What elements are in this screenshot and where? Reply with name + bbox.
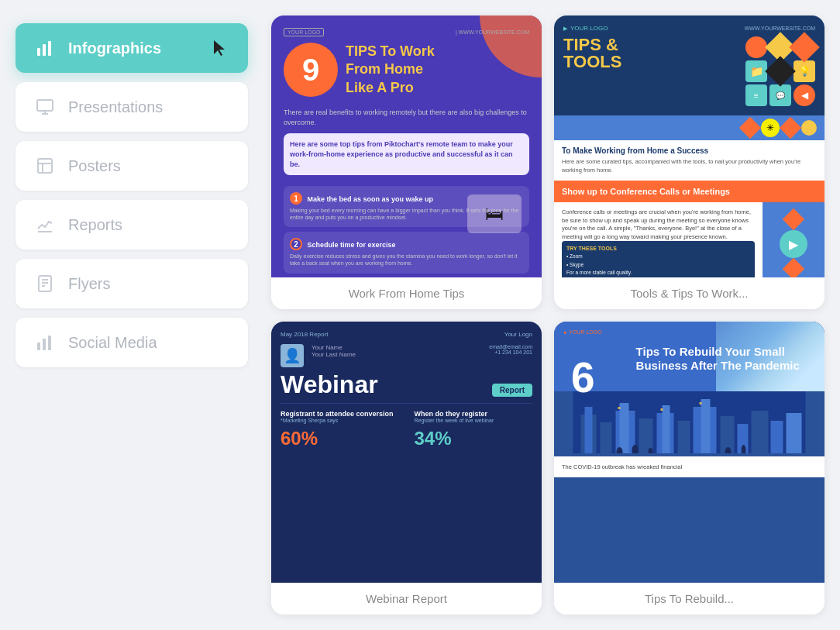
webinar-badge: Report [492, 384, 532, 397]
webinar-person-name: Your Name Your Last Name [312, 344, 356, 358]
svg-rect-17 [48, 336, 51, 350]
svg-rect-36 [771, 421, 783, 453]
webinar-card-label: Webinar Report [271, 583, 542, 615]
sidebar-presentations-label: Presentations [68, 98, 163, 116]
webinar-person-details: Your Name Your Last Name [312, 344, 356, 358]
shape-orange-circle [745, 36, 767, 58]
wfh-logo-row: YOUR LOGO | WWW.YOURWEBSITE.COM [284, 28, 529, 36]
webinar-stats-row: Registrant to attendee conversion *Marke… [281, 410, 532, 449]
wfh-top-section: 9 TIPS To WorkFrom HomeLike A Pro [284, 43, 529, 97]
webinar-stat2-val: 34% [415, 428, 533, 449]
shape2-sun: ✳ [761, 119, 780, 137]
tools-logo: YOUR LOGO [563, 25, 608, 32]
svg-rect-23 [585, 407, 593, 453]
wfh-step1: 1 Make the bed as soon as you wake up Ma… [284, 186, 529, 227]
svg-rect-32 [701, 399, 711, 453]
webinar-inner: May 2018 Report Your Logo 👤 Your Name Yo… [271, 322, 542, 584]
tools-content-row: Conference calls or meetings are crucial… [554, 202, 825, 277]
tools-header: YOUR LOGO WWW.YOURWEBSITE.COM TIPS &TOOL… [554, 15, 825, 115]
svg-rect-38 [618, 407, 621, 409]
webinar-stat1: Registrant to attendee conversion *Marke… [281, 410, 399, 449]
reports-icon [34, 214, 56, 236]
wfh-subtitle: There are real benefits to working remot… [284, 108, 529, 127]
wfh-website: | WWW.YOURWEBSITE.COM [456, 29, 529, 35]
sidebar-item-posters[interactable]: Posters [15, 141, 248, 191]
webinar-stat1-title: Registrant to attendee conversion [281, 410, 399, 418]
pandemic-body: The COVID-19 outbreak has wreaked financ… [554, 456, 825, 477]
sidebar-item-flyers[interactable]: Flyers [15, 259, 248, 308]
tools-shapes-row2: ✳ [554, 115, 825, 140]
tools-logo-row: YOUR LOGO WWW.YOURWEBSITE.COM [563, 25, 815, 32]
pandemic-card[interactable]: YOUR LOGO 6 Tips To Rebuild Your Small B… [554, 322, 825, 615]
wfh-left-col: There are real benefits to working remot… [284, 102, 529, 181]
sidebar-reports-label: Reports [68, 216, 122, 234]
wfh-logo: YOUR LOGO [284, 28, 324, 36]
shape-orange-arrow: ◀ [794, 84, 815, 106]
tools-title-row: TIPS &TOOLS 📁 💡 ≡ 💬 ◀ [563, 36, 815, 106]
shape-yellow-bulb: 💡 [794, 60, 815, 82]
infographics-icon [34, 37, 56, 59]
pandemic-top: YOUR LOGO 6 Tips To Rebuild Your Small B… [554, 322, 825, 391]
shape-teal-folder: 📁 [745, 60, 767, 82]
tools-url: WWW.YOURWEBSITE.COM [745, 26, 815, 31]
svg-rect-2 [48, 41, 51, 56]
tools-content-left: Conference calls or meetings are crucial… [554, 202, 763, 277]
webinar-avatar: 👤 [281, 344, 304, 367]
tools-body-title: To Make Working from Home a Success [562, 146, 817, 155]
svg-rect-16 [43, 339, 46, 350]
shape2-orange2 [780, 117, 801, 139]
sidebar-item-presentations[interactable]: Presentations [15, 82, 248, 132]
svg-rect-39 [661, 408, 663, 411]
svg-rect-0 [37, 48, 40, 56]
wfh-step2-num: 2 [290, 238, 302, 250]
pandemic-title: Tips To Rebuild Your Small Business Afte… [594, 341, 815, 373]
tools-orange-title: Show up to Conference Calls or Meetings [562, 187, 817, 196]
webinar-stat1-val: 60% [281, 428, 399, 449]
tools-try-box: TRY THESE TOOLS • Zoom • Skype For a mor… [562, 241, 755, 277]
svg-rect-40 [700, 402, 702, 405]
tools-card[interactable]: YOUR LOGO WWW.YOURWEBSITE.COM TIPS &TOOL… [554, 15, 825, 309]
svg-marker-3 [214, 40, 225, 56]
tools-card-label: Tools & Tips To Work... [554, 277, 825, 309]
wfh-step1-title: 1 Make the bed as soon as you wake up [290, 192, 523, 205]
wfh-title-highlight: TIPS [346, 43, 377, 59]
tools-try-title: TRY THESE TOOLS [566, 244, 750, 253]
wfh-number-circle: 9 [284, 43, 338, 97]
wfh-card-image: YOUR LOGO | WWW.YOURWEBSITE.COM 9 TIPS T… [271, 15, 542, 277]
wfh-highlight-box: Here are some top tips from Piktochart's… [284, 133, 529, 175]
svg-rect-1 [43, 44, 46, 56]
shape-teal-chat: 💬 [769, 84, 791, 106]
sidebar-posters-label: Posters [68, 157, 121, 175]
wfh-mid-section: There are real benefits to working remot… [284, 102, 529, 181]
main-grid: YOUR LOGO | WWW.YOURWEBSITE.COM 9 TIPS T… [263, 0, 840, 630]
tools-main-title: TIPS &TOOLS [563, 36, 621, 71]
tools-card-image: YOUR LOGO WWW.YOURWEBSITE.COM TIPS &TOOL… [554, 15, 825, 277]
webinar-stat2: When do they register Register the week … [415, 410, 533, 449]
pandemic-num-title: 6 Tips To Rebuild Your Small Business Af… [563, 341, 815, 384]
webinar-title-row: Webinar Report [281, 372, 532, 397]
svg-rect-4 [37, 100, 53, 111]
presentations-icon [34, 96, 56, 118]
sidebar-flyers-label: Flyers [68, 275, 110, 293]
tools-shapes-grid: 📁 💡 ≡ 💬 ◀ [745, 36, 815, 106]
svg-rect-15 [37, 343, 40, 350]
sidebar-item-social-media[interactable]: Social Media [15, 318, 248, 367]
wfh-inner: YOUR LOGO | WWW.YOURWEBSITE.COM 9 TIPS T… [271, 15, 542, 277]
wfh-card[interactable]: YOUR LOGO | WWW.YOURWEBSITE.COM 9 TIPS T… [271, 15, 542, 309]
pandemic-number: 6 [571, 356, 595, 399]
sidebar-item-reports[interactable]: Reports [15, 200, 248, 250]
wfh-card-label: Work From Home Tips [271, 277, 542, 309]
webinar-card[interactable]: May 2018 Report Your Logo 👤 Your Name Yo… [271, 322, 542, 615]
svg-rect-26 [620, 403, 629, 453]
tools-content-right: ▶ [763, 202, 825, 277]
shape3-diamond2 [783, 258, 804, 277]
svg-rect-24 [601, 422, 612, 453]
webinar-contact: email@email.com +1 234 104 201 [489, 344, 532, 355]
wfh-step2-body: Daily exercise reduces stress and gives … [290, 253, 523, 267]
flyers-icon [34, 273, 56, 294]
webinar-email: email@email.com +1 234 104 201 [489, 344, 532, 355]
sidebar-item-infographics[interactable]: Infographics [15, 23, 248, 73]
wfh-step2-title: 2 Schedule time for exercise [290, 238, 523, 250]
tools-play-button[interactable]: ▶ [780, 230, 807, 258]
svg-rect-7 [38, 159, 52, 173]
